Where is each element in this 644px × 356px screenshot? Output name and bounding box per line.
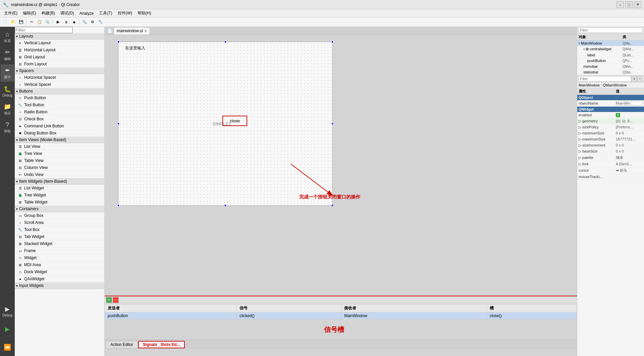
obj-row-pushbutton[interactable]: pushButton QPu...	[577, 58, 644, 64]
widget-table-view[interactable]: ⊞Table View	[15, 157, 104, 164]
menu-file[interactable]: 文件(E)	[1, 10, 20, 17]
table-row[interactable]: pushButton clicked() MainWindow close()	[105, 312, 577, 319]
widget-column-view[interactable]: ⊟Column View	[15, 164, 104, 171]
widget-radio-button[interactable]: ○Radio Button	[15, 109, 104, 116]
nav-project[interactable]: 📁 项目	[1, 101, 14, 118]
section-item-widgets[interactable]: Item Widgets (Item-Based)	[15, 178, 104, 185]
widget-frame[interactable]: ▭Frame	[15, 247, 104, 254]
obj-row-mainwindow[interactable]: ▾ MainWindow QMa...	[577, 41, 644, 46]
menu-debug[interactable]: 调试(D)	[58, 10, 77, 17]
handle-bottom-center[interactable]	[224, 204, 226, 206]
handle-top-right[interactable]	[331, 41, 333, 43]
toolbar-btn-8[interactable]: ⏸	[62, 18, 70, 26]
widget-group-box[interactable]: ▭Group Box	[15, 212, 104, 219]
toolbar-btn-5[interactable]: 📋	[36, 18, 43, 26]
canvas-wrapper[interactable]: 在这里输入 SIMPLE1 close	[105, 35, 577, 296]
nav-welcome[interactable]: ⌂ 欢迎	[1, 28, 14, 46]
widget-push-button[interactable]: □Push Button	[15, 95, 104, 102]
widget-dock-widget[interactable]: □Dock Widget	[15, 269, 104, 276]
widget-tool-button[interactable]: 🔧Tool Button	[15, 102, 104, 109]
widget-check-box[interactable]: ☑Check Box	[15, 116, 104, 123]
tab-close-icon[interactable]: ✕	[144, 29, 147, 33]
toolbar-btn-1[interactable]: 📄	[1, 18, 9, 26]
section-input-widgets[interactable]: Input Widgets	[15, 283, 104, 289]
prop-enabled-value[interactable]: ✓	[616, 113, 643, 117]
obj-row-label[interactable]: label QLab...	[577, 52, 644, 58]
widget-tree-view[interactable]: 🌲Tree View	[15, 150, 104, 157]
widget-qaxwidget[interactable]: ●QAxWidget	[15, 276, 104, 283]
widget-horizontal-layout[interactable]: |||Horizontal Layout	[15, 47, 104, 54]
prop-section-qwidget[interactable]: QWidget	[577, 107, 644, 112]
widget-list-widget[interactable]: ☰List Widget	[15, 185, 104, 192]
widget-stacked-widget[interactable]: ⊞Stacked Widget	[15, 240, 104, 247]
widget-command-link-button[interactable]: ➤Command Link Button	[15, 123, 104, 130]
obj-row-menubar[interactable]: menubar QMer...	[577, 64, 644, 69]
widget-vertical-layout[interactable]: ≡Vertical Layout	[15, 40, 104, 47]
widget-widget[interactable]: □Widget	[15, 254, 104, 261]
obj-row-centralwidget[interactable]: ▾ ⊞ centralwidget QWid...	[577, 46, 644, 52]
widget-undo-view[interactable]: ↩Undo View	[15, 171, 104, 178]
nav-help[interactable]: ? 帮助	[1, 119, 14, 136]
widget-mdi-area[interactable]: ⊞MDI Area	[15, 261, 104, 269]
menu-controls[interactable]: 控件(W)	[115, 10, 135, 17]
prop-filter-input[interactable]	[579, 76, 632, 81]
nav-debug2[interactable]: ▶ Debug	[1, 302, 14, 320]
widget-horizontal-spacer[interactable]: ↔Horizontal Spacer	[15, 74, 104, 81]
widget-dialog-button-box[interactable]: ✖Dialog Button Box	[15, 130, 104, 137]
prop-add-button[interactable]: +	[632, 76, 637, 81]
widget-list-view[interactable]: ☰List View	[15, 143, 104, 150]
toolbar-btn-4[interactable]: ✂	[28, 18, 35, 26]
menu-analyze[interactable]: Analyze	[77, 10, 97, 16]
enabled-checkbox[interactable]: ✓	[616, 113, 620, 117]
handle-mid-left[interactable]	[117, 123, 119, 125]
object-filter-input[interactable]	[579, 27, 643, 33]
widget-scroll-area[interactable]: ↕Scroll Area	[15, 219, 104, 226]
widget-table-widget[interactable]: ⊞Table Widget	[15, 199, 104, 206]
handle-top-center[interactable]	[224, 41, 226, 43]
menu-build[interactable]: 构建(B)	[39, 10, 58, 17]
toolbar-btn-7[interactable]: ▶	[54, 18, 62, 26]
toolbar-btn-6[interactable]: 📎	[44, 18, 51, 26]
prop-objectname-value[interactable]: MainWin...	[616, 101, 643, 106]
nav-step[interactable]: ⏩	[1, 339, 14, 356]
toolbar-btn-3[interactable]: 💾	[17, 18, 25, 26]
prop-section-qobject[interactable]: QObject	[577, 95, 644, 100]
handle-bottom-right[interactable]	[331, 204, 333, 206]
prop-remove-button[interactable]: −	[637, 76, 643, 81]
menu-edit[interactable]: 编辑(E)	[20, 10, 39, 17]
remove-signal-button[interactable]: −	[113, 297, 119, 303]
toolbar-btn-10[interactable]: 🔍	[81, 18, 88, 26]
widget-filter-input[interactable]	[15, 27, 73, 33]
section-item-views[interactable]: Item Views (Model-Based)	[15, 137, 104, 143]
section-layouts[interactable]: Layouts	[15, 33, 104, 40]
widget-tab-widget[interactable]: ⊟Tab Widget	[15, 233, 104, 240]
section-containers[interactable]: Containers	[15, 206, 104, 212]
nav-design[interactable]: ✒ 设计	[1, 64, 14, 82]
menu-help[interactable]: 帮助(H)	[135, 10, 154, 17]
handle-bottom-left[interactable]	[117, 204, 119, 206]
add-signal-button[interactable]: +	[106, 297, 112, 303]
widget-tree-widget[interactable]: 🌲Tree Widget	[15, 192, 104, 199]
nav-edit[interactable]: ✏ 编辑	[1, 46, 14, 64]
obj-row-statusbar[interactable]: statusbar QSta...	[577, 69, 644, 75]
widget-vertical-spacer[interactable]: ↕Vertical Spacer	[15, 81, 104, 88]
widget-grid-layout[interactable]: ⊞Grid Layout	[15, 54, 104, 61]
minimize-button[interactable]: –	[616, 1, 624, 8]
tab-mainwindow-ui[interactable]: mainwindow.ui ✕	[114, 27, 150, 35]
handle-top-left[interactable]	[117, 41, 119, 43]
tab-signals-slots-editor[interactable]: Signals _Slots Ed...	[138, 341, 185, 348]
nav-debug1[interactable]: 🐛 Debug	[1, 82, 14, 100]
close-button-widget[interactable]: close	[222, 116, 247, 126]
toolbar-btn-11[interactable]: ⚙	[89, 18, 96, 26]
section-buttons[interactable]: Buttons	[15, 88, 104, 95]
close-button[interactable]: ✕	[634, 1, 641, 8]
toolbar-btn-2[interactable]: 📁	[9, 18, 17, 26]
widget-tool-box[interactable]: 🔧Tool Box	[15, 226, 104, 233]
handle-mid-right[interactable]	[331, 123, 333, 125]
toolbar-btn-12[interactable]: 🔧	[97, 18, 104, 26]
menu-tools[interactable]: 工具(T)	[96, 10, 115, 17]
nav-run[interactable]: ▶	[1, 320, 14, 338]
section-spacers[interactable]: Spacers	[15, 68, 104, 74]
toolbar-btn-9[interactable]: ■	[70, 18, 78, 26]
widget-form-layout[interactable]: ⊟Form Layout	[15, 61, 104, 68]
